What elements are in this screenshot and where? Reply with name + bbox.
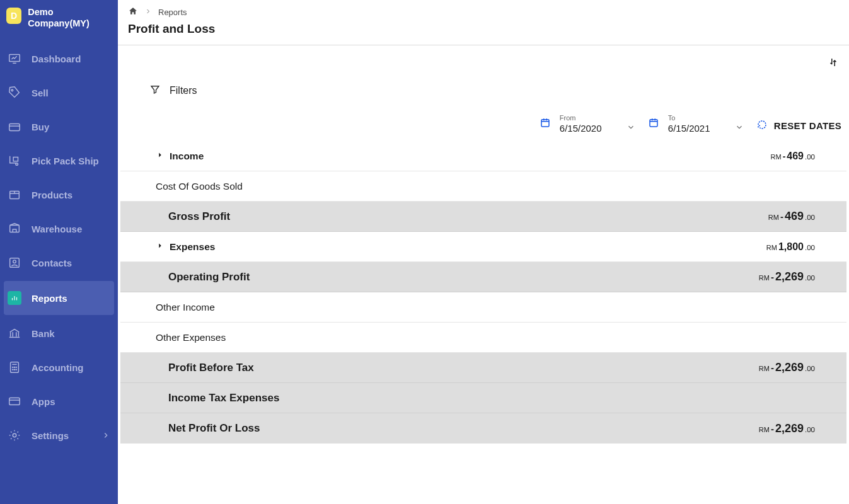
sidebar-item-warehouse[interactable]: Warehouse [0, 212, 118, 246]
reset-dates-label: RESET DATES [774, 120, 841, 131]
row-label: Other Income [156, 302, 215, 313]
sidebar-item-label: Dashboard [32, 54, 81, 64]
company-logo: D [6, 8, 21, 24]
from-label: From [560, 114, 635, 122]
row-label: Operating Profit [168, 271, 250, 284]
row-income-tax-expenses: Income Tax Expenses [120, 383, 846, 413]
card-icon [8, 394, 21, 408]
calendar-icon [540, 117, 551, 130]
chevron-right-icon[interactable] [156, 241, 165, 252]
pnl-report: Income RM-469.00 Cost Of Goods Sold Gros… [120, 141, 846, 444]
breadcrumb-current[interactable]: Reports [158, 8, 187, 17]
sidebar-item-label: Settings [32, 430, 69, 441]
bank-icon [8, 326, 21, 340]
sidebar-item-label: Bank [32, 328, 55, 339]
box-icon [8, 188, 21, 202]
date-row: From 6/15/2020 To 6/15/2021 [120, 114, 846, 141]
to-date-value: 6/15/2021 [668, 123, 710, 134]
row-other-income[interactable]: Other Income [120, 292, 846, 323]
row-amount: RM-2,269.00 [759, 270, 815, 284]
sidebar-item-label: Pick Pack Ship [32, 156, 99, 166]
chevron-down-icon[interactable] [735, 123, 744, 134]
svg-rect-4 [13, 158, 18, 161]
main: Reports Profit and Loss Filters From [118, 0, 849, 504]
sidebar-item-dashboard[interactable]: Dashboard [0, 42, 118, 76]
from-date-value: 6/15/2020 [560, 123, 602, 134]
to-date-field[interactable]: To 6/15/2021 [648, 114, 744, 134]
svg-point-15 [16, 369, 16, 370]
to-label: To [668, 114, 744, 122]
sidebar-item-label: Contacts [32, 258, 72, 268]
row-label: Profit Before Tax [168, 362, 254, 374]
sidebar-item-contacts[interactable]: Contacts [0, 246, 118, 280]
sidebar-item-accounting[interactable]: Accounting [0, 350, 118, 384]
row-gross-profit: Gross Profit RM-469.00 [120, 202, 846, 232]
row-operating-profit: Operating Profit RM-2,269.00 [120, 262, 846, 292]
sidebar-item-label: Buy [32, 122, 49, 132]
sidebar-item-sell[interactable]: Sell [0, 76, 118, 110]
header: Reports Profit and Loss [118, 0, 849, 45]
sidebar-item-reports[interactable]: Reports [4, 281, 114, 315]
dashboard-icon [8, 52, 21, 66]
sidebar-item-products[interactable]: Products [0, 178, 118, 212]
page-title: Profit and Loss [128, 22, 839, 36]
home-icon[interactable] [128, 6, 138, 18]
sidebar-item-apps[interactable]: Apps [0, 384, 118, 418]
company-name: Demo Company(MY) [28, 6, 112, 29]
row-amount: RM-2,269.00 [759, 422, 815, 435]
row-profit-before-tax: Profit Before Tax RM-2,269.00 [120, 353, 846, 383]
sidebar-item-label: Products [32, 190, 72, 200]
refresh-icon [756, 119, 768, 132]
row-other-expenses[interactable]: Other Expenses [120, 323, 846, 353]
svg-point-10 [13, 367, 13, 368]
sidebar-item-label: Reports [32, 293, 67, 304]
svg-rect-19 [650, 120, 657, 127]
sidebar-item-label: Accounting [32, 362, 84, 373]
row-amount: RM-2,269.00 [759, 361, 815, 374]
sidebar-item-label: Warehouse [32, 224, 82, 234]
svg-rect-16 [9, 398, 20, 405]
svg-point-13 [13, 369, 13, 370]
row-amount: RM-469.00 [768, 210, 815, 223]
sidebar-item-bank[interactable]: Bank [0, 316, 118, 350]
sidebar-item-settings[interactable]: Settings [0, 418, 118, 452]
svg-point-11 [14, 367, 14, 368]
wallet-icon [8, 120, 21, 134]
row-label: Gross Profit [168, 210, 230, 223]
row-expenses[interactable]: Expenses RM1,800.00 [120, 232, 846, 262]
row-amount: RM1,800.00 [766, 241, 815, 253]
row-label: Cost Of Goods Sold [156, 181, 243, 192]
calendar-icon [648, 117, 659, 130]
row-label: Income [170, 151, 204, 162]
chevron-right-icon[interactable] [156, 151, 165, 161]
chevron-right-icon [101, 431, 110, 440]
row-label: Income Tax Expenses [168, 392, 279, 404]
tag-icon [8, 86, 21, 100]
gear-icon [8, 428, 21, 442]
sidebar: D Demo Company(MY) Dashboard Sell Buy Pi… [0, 0, 118, 504]
svg-point-1 [11, 89, 13, 91]
swap-vertical-icon[interactable] [825, 54, 841, 72]
sidebar-item-label: Sell [32, 88, 49, 98]
calculator-icon [8, 360, 21, 374]
contacts-icon [8, 256, 21, 270]
svg-rect-18 [541, 120, 549, 127]
svg-point-8 [13, 260, 16, 263]
sidebar-item-label: Apps [32, 396, 55, 407]
filters-bar[interactable]: Filters [120, 72, 846, 114]
row-income[interactable]: Income RM-469.00 [120, 141, 846, 171]
sidebar-item-buy[interactable]: Buy [0, 110, 118, 144]
bar-chart-icon [8, 291, 21, 305]
reset-dates-button[interactable]: RESET DATES [756, 119, 841, 134]
from-date-field[interactable]: From 6/15/2020 [540, 114, 635, 134]
svg-point-17 [13, 434, 16, 438]
svg-rect-6 [10, 226, 20, 232]
trolley-icon [8, 154, 21, 168]
sidebar-item-pick-pack-ship[interactable]: Pick Pack Ship [0, 144, 118, 178]
row-label: Expenses [170, 241, 215, 253]
warehouse-icon [8, 222, 21, 236]
chevron-down-icon[interactable] [627, 123, 635, 134]
row-label: Net Profit Or Loss [168, 422, 260, 435]
company-block[interactable]: D Demo Company(MY) [0, 4, 118, 42]
row-cogs[interactable]: Cost Of Goods Sold [120, 171, 846, 202]
